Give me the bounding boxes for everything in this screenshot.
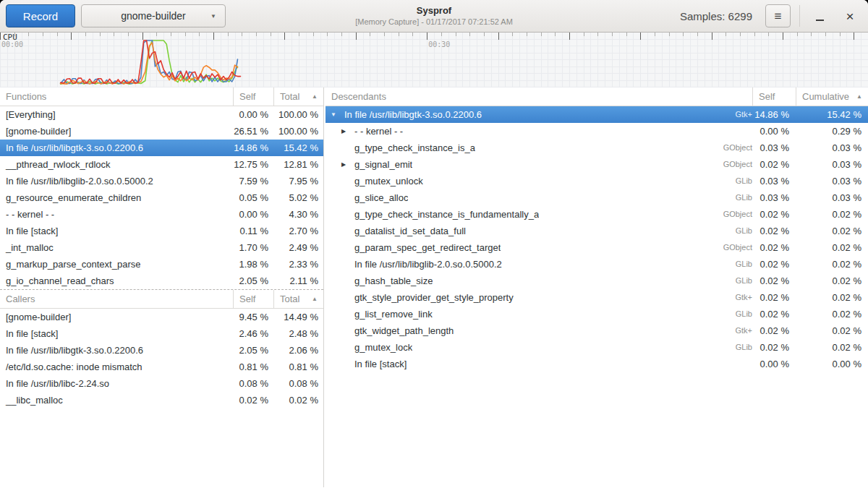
- descendant-row[interactable]: g_type_check_instance_is_aGObject0.03 %0…: [326, 140, 868, 156]
- descendant-row[interactable]: g_datalist_id_set_data_fullGLib0.02 %0.0…: [326, 223, 868, 239]
- record-button[interactable]: Record: [6, 4, 75, 27]
- function-name: In file /usr/lib/libgtk-3.so.0.2200.6: [0, 140, 143, 156]
- cumulative-percent: 0.02 %: [796, 306, 868, 322]
- function-name: g_param_spec_get_redirect_target: [349, 239, 501, 256]
- function-row[interactable]: In file /usr/lib/libglib-2.0.so.0.5000.2…: [0, 173, 323, 189]
- function-name: g_type_check_instance_is_a: [349, 140, 475, 156]
- self-percent: 14.86 %: [233, 140, 273, 156]
- cpu-graph-title: CPU: [3, 33, 17, 42]
- expander-expanded-icon[interactable]: ▼: [328, 106, 339, 123]
- function-name: __libc_malloc: [0, 392, 63, 408]
- total-percent: 100.00 %: [273, 123, 323, 140]
- column-self[interactable]: Self: [752, 87, 796, 106]
- total-percent: 2.48 %: [273, 325, 323, 342]
- category-badge: GLib: [736, 306, 752, 322]
- function-row[interactable]: g_io_channel_read_chars2.05 %2.11 %: [0, 273, 323, 289]
- self-percent: 0.81 %: [233, 359, 273, 375]
- function-row[interactable]: g_markup_parse_context_parse1.98 %2.33 %: [0, 256, 323, 273]
- expander-collapsed-icon[interactable]: ▶: [339, 156, 349, 173]
- descendants-pane: Descendants Self Cumulative▲ ▼In file /u…: [326, 87, 868, 487]
- descendant-row[interactable]: g_list_remove_linkGLib0.02 %0.02 %: [326, 306, 868, 322]
- function-row[interactable]: _int_malloc1.70 %2.49 %: [0, 239, 323, 256]
- descendant-row[interactable]: gtk_style_provider_get_style_propertyGtk…: [326, 289, 868, 306]
- caller-row[interactable]: [gnome-builder]9.45 %14.49 %: [0, 309, 323, 325]
- self-percent: 0.00 %: [752, 123, 796, 140]
- caller-row[interactable]: /etc/ld.so.cache: inode mismatch0.81 %0.…: [0, 359, 323, 375]
- function-name: - - kernel - -: [0, 206, 54, 223]
- caller-row[interactable]: In file /usr/lib/libgtk-3.so.0.2200.62.0…: [0, 342, 323, 359]
- column-functions[interactable]: Functions: [0, 87, 233, 106]
- descendant-row[interactable]: g_slice_allocGLib0.03 %0.03 %: [326, 189, 868, 206]
- separator: [799, 5, 800, 27]
- descendant-row[interactable]: ▶- - kernel - -0.00 %0.29 %: [326, 123, 868, 140]
- self-percent: 0.02 %: [752, 306, 796, 322]
- category-badge: GObject: [723, 156, 752, 173]
- descendant-row[interactable]: In file /usr/lib/libglib-2.0.so.0.5000.2…: [326, 256, 868, 273]
- column-callers[interactable]: Callers: [0, 290, 233, 308]
- functions-table-header: Functions Self Total▲: [0, 87, 323, 106]
- total-percent: 15.42 %: [273, 140, 323, 156]
- column-self[interactable]: Self: [233, 290, 273, 308]
- function-name: g_list_remove_link: [349, 306, 433, 322]
- cumulative-percent: 0.02 %: [796, 273, 868, 289]
- caller-row[interactable]: __libc_malloc0.02 %0.02 %: [0, 392, 323, 408]
- self-percent: 1.70 %: [233, 239, 273, 256]
- total-percent: 100.00 %: [273, 106, 323, 123]
- total-percent: 12.81 %: [273, 156, 323, 173]
- function-name: In file [stack]: [0, 325, 58, 342]
- sort-ascending-icon: ▲: [309, 87, 318, 106]
- column-descendants[interactable]: Descendants: [326, 87, 752, 106]
- function-row[interactable]: - - kernel - -0.00 %4.30 %: [0, 206, 323, 223]
- total-percent: 2.70 %: [273, 223, 323, 239]
- function-name: g_markup_parse_context_parse: [0, 256, 140, 273]
- function-row[interactable]: [Everything]0.00 %100.00 %: [0, 106, 323, 123]
- process-selector-dropdown[interactable]: gnome-builder ▼: [81, 4, 226, 27]
- descendant-row[interactable]: g_mutex_unlockGLib0.03 %0.03 %: [326, 173, 868, 189]
- headerbar: Record gnome-builder ▼ Sysprof [Memory C…: [0, 0, 868, 33]
- category-badge: GLib: [736, 339, 752, 356]
- function-name: [gnome-builder]: [0, 123, 71, 140]
- expander-collapsed-icon[interactable]: ▶: [339, 123, 349, 140]
- profile-panels: Functions Self Total▲ [Everything]0.00 %…: [0, 87, 868, 487]
- descendant-row[interactable]: In file [stack]0.00 %0.00 %: [326, 356, 868, 372]
- descendant-row[interactable]: ▼In file /usr/lib/libgtk-3.so.0.2200.6Gt…: [326, 106, 868, 123]
- self-percent: 0.02 %: [233, 392, 273, 408]
- function-name: g_datalist_id_set_data_full: [349, 223, 466, 239]
- column-total[interactable]: Total▲: [273, 87, 323, 106]
- descendant-row[interactable]: g_type_check_instance_is_fundamentally_a…: [326, 206, 868, 223]
- column-cumulative[interactable]: Cumulative▲: [796, 87, 868, 106]
- function-row[interactable]: In file [stack]0.11 %2.70 %: [0, 223, 323, 239]
- cpu-timeline-chart[interactable]: 00:0000:30CPU: [0, 33, 868, 87]
- function-name: g_hash_table_size: [349, 273, 433, 289]
- function-row[interactable]: __pthread_rwlock_rdlock12.75 %12.81 %: [0, 156, 323, 173]
- descendant-row[interactable]: g_mutex_lockGLib0.02 %0.02 %: [326, 339, 868, 356]
- function-name: In file /usr/lib/libc-2.24.so: [0, 375, 109, 392]
- self-percent: 0.00 %: [233, 206, 273, 223]
- function-row[interactable]: g_resource_enumerate_children0.05 %5.02 …: [0, 189, 323, 206]
- close-button[interactable]: ×: [839, 5, 861, 27]
- caller-row[interactable]: In file [stack]2.46 %2.48 %: [0, 325, 323, 342]
- descendant-row[interactable]: g_param_spec_get_redirect_targetGObject0…: [326, 239, 868, 256]
- self-percent: 0.02 %: [752, 339, 796, 356]
- function-row[interactable]: [gnome-builder]26.51 %100.00 %: [0, 123, 323, 140]
- self-percent: 0.02 %: [752, 322, 796, 339]
- cumulative-percent: 0.02 %: [796, 339, 868, 356]
- cumulative-percent: 0.02 %: [796, 256, 868, 273]
- cumulative-percent: 0.02 %: [796, 322, 868, 339]
- descendant-row[interactable]: ▶g_signal_emitGObject0.02 %0.03 %: [326, 156, 868, 173]
- function-row[interactable]: In file /usr/lib/libgtk-3.so.0.2200.614.…: [0, 140, 323, 156]
- function-name: gtk_style_provider_get_style_property: [349, 289, 514, 306]
- column-self[interactable]: Self: [233, 87, 273, 106]
- descendant-row[interactable]: g_hash_table_sizeGLib0.02 %0.02 %: [326, 273, 868, 289]
- self-percent: 14.86 %: [752, 106, 796, 123]
- menu-button[interactable]: ≡: [765, 4, 791, 27]
- descendant-row[interactable]: gtk_widget_path_lengthGtk+0.02 %0.02 %: [326, 322, 868, 339]
- self-percent: 0.03 %: [752, 140, 796, 156]
- self-percent: 0.00 %: [233, 106, 273, 123]
- minimize-button[interactable]: [809, 5, 830, 27]
- total-percent: 0.08 %: [273, 375, 323, 392]
- column-total[interactable]: Total▲: [273, 290, 323, 308]
- function-name: In file /usr/lib/libglib-2.0.so.0.5000.2: [0, 173, 153, 189]
- caller-row[interactable]: In file /usr/lib/libc-2.24.so0.08 %0.08 …: [0, 375, 323, 392]
- self-percent: 0.08 %: [233, 375, 273, 392]
